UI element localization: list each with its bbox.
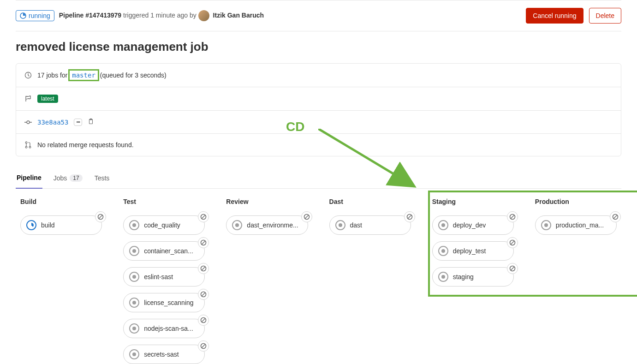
job-cancel-button[interactable] [507,211,518,222]
svg-line-17 [202,293,205,296]
job-pill[interactable]: dast_environme... [226,215,308,235]
delete-button[interactable]: Delete [589,8,621,24]
job-pill[interactable]: secrets-sast [123,345,205,364]
job-cancel-button[interactable] [95,211,106,222]
job-pill[interactable]: deploy_test [432,241,514,261]
status-created-icon [438,272,448,282]
commit-row: 33e8aa53 ••• [16,111,621,134]
status-created-icon [129,349,139,359]
job-name: license_scanning [144,299,199,306]
status-running-icon [26,220,36,230]
svg-point-6 [25,146,27,148]
tags-row: latest [16,87,621,111]
svg-line-21 [202,345,205,348]
tab-tests[interactable]: Tests [94,167,111,188]
status-created-icon [129,246,139,256]
job-name: deploy_test [453,247,508,255]
stage-title: Dast [329,198,411,205]
job-name: dast_environme... [247,221,302,229]
svg-point-5 [25,142,27,143]
job-name: staging [453,273,508,280]
job-cancel-button[interactable] [198,211,209,222]
stage-title: Review [226,198,308,205]
stage-title: Production [535,198,617,205]
clipboard-icon [88,118,94,125]
merge-requests-row: No related merge requests found. [16,134,621,156]
job-cancel-button[interactable] [404,211,415,222]
job-cancel-button[interactable] [198,315,209,326]
branch-highlight: master [68,69,99,81]
commit-expand-button[interactable]: ••• [74,119,82,126]
stage-title: Staging [432,198,514,205]
job-pill[interactable]: nodejs-scan-sa... [123,319,205,338]
status-created-icon [129,220,139,230]
author-link[interactable]: Itzik Gan Baruch [213,12,264,19]
svg-line-23 [305,215,308,219]
avatar[interactable] [198,10,209,21]
running-icon [20,12,26,19]
job-pill[interactable]: license_scanning [123,293,205,312]
job-cancel-button[interactable] [198,340,209,352]
copy-sha-button[interactable] [88,118,94,126]
status-created-icon [438,220,448,230]
job-pill[interactable]: production_ma... [535,215,617,235]
jobs-summary-row: 17 jobs for master (queued for 3 seconds… [16,64,621,87]
stage-title: Build [20,198,102,205]
svg-line-13 [202,241,205,245]
svg-line-25 [408,215,411,219]
stage: Dastdast [329,198,411,364]
job-cancel-button[interactable] [198,289,209,300]
stage-title: Test [123,198,205,205]
job-pill[interactable]: dast [329,215,411,235]
stage: Testcode_qualitycontainer_scan...eslint-… [123,198,205,364]
status-created-icon [232,220,242,230]
job-pill[interactable]: container_scan... [123,241,205,261]
job-cancel-button[interactable] [507,263,518,274]
commit-sha-link[interactable]: 33e8aa53 [37,119,68,126]
status-created-icon [438,246,448,256]
job-name: eslint-sast [144,273,199,280]
job-cancel-button[interactable] [301,211,312,222]
job-cancel-button[interactable] [198,263,209,274]
job-name: dast [350,221,405,229]
tab-jobs[interactable]: Jobs17 [53,167,83,188]
job-pill[interactable]: eslint-sast [123,267,205,286]
svg-line-27 [511,215,514,219]
status-created-icon [541,220,551,230]
commit-icon [24,119,32,126]
svg-line-15 [202,267,205,270]
stage: Productionproduction_ma... [535,198,617,364]
cancel-running-button[interactable]: Cancel running [526,8,583,24]
pipeline-header: running Pipeline #147413979 triggered 1 … [16,0,621,31]
latest-tag: latest [37,95,58,103]
cd-annotation-label: CD [286,119,304,134]
job-pill[interactable]: deploy_dev [432,215,514,235]
svg-point-2 [27,121,30,124]
status-created-icon [335,220,345,230]
job-cancel-button[interactable] [610,211,621,222]
job-pill[interactable]: code_quality [123,215,205,235]
svg-line-11 [202,215,205,219]
job-name: code_quality [144,221,199,229]
job-cancel-button[interactable] [198,237,209,248]
branch-link[interactable]: master [71,71,97,79]
status-created-icon [129,298,139,308]
pipeline-meta: Pipeline #147413979 triggered 1 minute a… [59,10,264,21]
job-cancel-button[interactable] [507,237,518,248]
svg-line-29 [511,241,514,245]
svg-line-19 [202,319,205,322]
pipeline-status-badge[interactable]: running [16,10,54,21]
job-pill[interactable]: staging [432,267,514,286]
stage: Reviewdast_environme... [226,198,308,364]
svg-line-9 [99,215,102,219]
job-name: production_ma... [556,221,611,229]
job-name: secrets-sast [144,351,199,358]
tab-pipeline[interactable]: Pipeline [16,167,42,189]
svg-line-33 [614,215,617,219]
status-created-icon [129,323,139,334]
svg-line-31 [511,267,514,270]
job-pill[interactable]: build [20,215,102,235]
job-name: container_scan... [144,247,199,255]
merge-request-icon [24,141,32,149]
flag-icon [24,95,32,102]
